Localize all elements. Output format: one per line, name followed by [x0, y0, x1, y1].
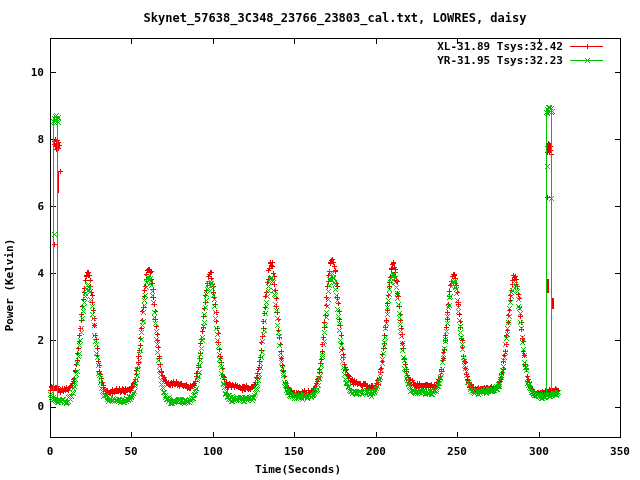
y-tick-label: 2 — [6, 334, 44, 347]
x-tick-label: 150 — [274, 445, 314, 458]
x-tick-label: 300 — [519, 445, 559, 458]
x-tick-label: 100 — [193, 445, 233, 458]
x-tick-label: 200 — [356, 445, 396, 458]
x-axis-label: Time(Seconds) — [173, 463, 423, 476]
y-tick-label: 8 — [6, 133, 44, 146]
y-tick-label: 4 — [6, 267, 44, 280]
y-axis-label: Power (Kelvin) — [3, 185, 17, 385]
chart-canvas — [0, 0, 640, 480]
x-tick-label: 250 — [437, 445, 477, 458]
y-tick-label: 10 — [6, 66, 44, 79]
y-tick-label: 6 — [6, 200, 44, 213]
legend-label-yr: YR-31.95 Tsys:32.23 — [437, 54, 563, 67]
x-tick-label: 50 — [111, 445, 151, 458]
plot-window: Skynet_57638_3C348_23766_23803_cal.txt, … — [0, 0, 640, 480]
plot-title: Skynet_57638_3C348_23766_23803_cal.txt, … — [50, 11, 620, 25]
legend-label-xl: XL-31.89 Tsys:32.42 — [437, 40, 563, 53]
y-tick-label: 0 — [6, 400, 44, 413]
x-tick-label: 0 — [30, 445, 70, 458]
x-tick-label: 350 — [600, 445, 640, 458]
